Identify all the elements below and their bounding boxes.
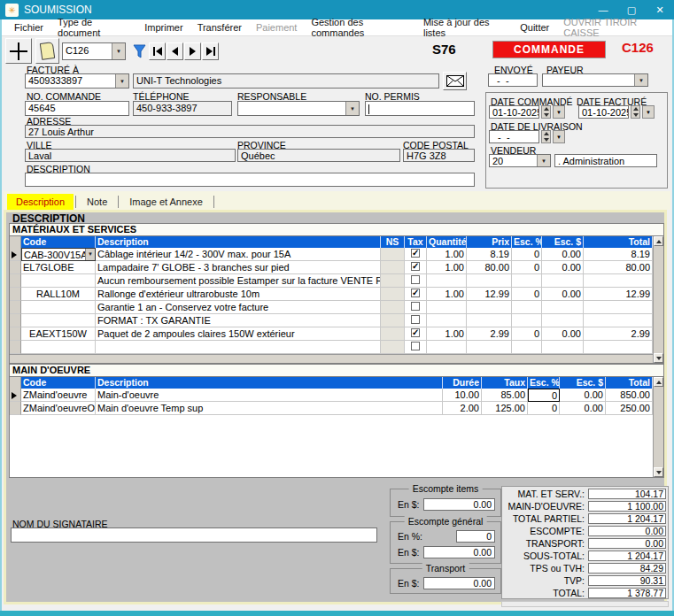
- no-commande-field[interactable]: 45645: [25, 101, 129, 116]
- escompte-items-field[interactable]: 0.00: [423, 498, 495, 511]
- labor-cell-esc-pct[interactable]: 0: [528, 402, 560, 415]
- labor-cell-taux[interactable]: 125.00: [482, 402, 528, 415]
- tax-checkbox[interactable]: [411, 342, 420, 350]
- materials-cell-ns[interactable]: [381, 261, 405, 274]
- materials-cell-tax[interactable]: [405, 274, 427, 288]
- labor-cell-code[interactable]: ZMaind'oeuvreOve: [21, 402, 96, 415]
- materials-cell-description[interactable]: Rallonge d'extérieur ultrarobuste 10m: [96, 288, 381, 301]
- materials-cell-quantite[interactable]: 1.00: [427, 261, 467, 274]
- chevron-down-icon[interactable]: ▼: [642, 105, 655, 119]
- materials-cell-code[interactable]: [21, 314, 96, 327]
- labor-cell-duree[interactable]: 2.00: [443, 402, 482, 415]
- labor-cell-total[interactable]: 250.00: [606, 402, 653, 415]
- materials-cell-code[interactable]: RALL10M: [21, 288, 96, 301]
- materials-cell-code[interactable]: [21, 341, 96, 354]
- materials-cell-esc-pct[interactable]: [512, 314, 542, 327]
- tab-note[interactable]: Note: [78, 194, 116, 210]
- next-record-button[interactable]: [184, 42, 201, 60]
- date-commande-spinner[interactable]: [541, 105, 551, 119]
- materials-cell-esc-pct[interactable]: 0: [512, 288, 542, 301]
- labor-cell-duree[interactable]: 10.00: [443, 389, 482, 402]
- row-selector[interactable]: [10, 274, 21, 288]
- materials-cell-prix[interactable]: 12.99: [467, 288, 512, 301]
- no-permis-field[interactable]: [365, 101, 475, 116]
- date-livraison-spinner[interactable]: [541, 130, 551, 143]
- materials-cell-esc-dollar[interactable]: 0.00: [542, 248, 584, 261]
- chevron-down-icon[interactable]: ▼: [112, 43, 125, 59]
- materials-cell-quantite[interactable]: 1.00: [427, 327, 467, 341]
- materials-cell-esc-dollar[interactable]: [542, 341, 584, 354]
- menu-item-type-de-document[interactable]: Type de document: [50, 17, 137, 38]
- materials-cell-esc-pct[interactable]: 0: [512, 327, 542, 341]
- tab-image-et-annexe[interactable]: Image et Annexe: [120, 194, 212, 210]
- materials-cell-total[interactable]: [584, 274, 653, 288]
- labor-cell-description[interactable]: Main-d'oeuvre: [96, 389, 443, 402]
- open-document-button[interactable]: [35, 38, 59, 64]
- email-button[interactable]: [443, 72, 467, 90]
- materials-cell-esc-pct[interactable]: 0: [512, 261, 542, 274]
- tax-checkbox[interactable]: [411, 262, 420, 271]
- materials-cell-description[interactable]: Lampadaire 7' GLOBE - 3 branches sur pie…: [96, 261, 381, 274]
- menu-item-imprimer[interactable]: Imprimer: [137, 22, 190, 33]
- materials-cell-tax[interactable]: [405, 327, 427, 341]
- menu-item-transf-rer[interactable]: Transférer: [190, 22, 249, 33]
- materials-cell-esc-dollar[interactable]: 0.00: [542, 327, 584, 341]
- first-record-button[interactable]: [149, 42, 166, 60]
- materials-cell-code[interactable]: [21, 301, 96, 314]
- chevron-down-icon[interactable]: ▼: [85, 249, 95, 260]
- envoye-field[interactable]: - -: [488, 73, 538, 87]
- materials-cell-esc-pct[interactable]: [512, 341, 542, 354]
- materials-cell-description[interactable]: Aucun remboursement possible Estamper su…: [96, 274, 381, 288]
- row-selector[interactable]: [10, 288, 21, 301]
- materials-cell-total[interactable]: 12.99: [584, 288, 653, 301]
- chevron-down-icon[interactable]: ▼: [115, 74, 128, 88]
- scroll-down-icon[interactable]: [654, 467, 663, 477]
- filter-button[interactable]: [133, 44, 146, 59]
- materials-cell-tax[interactable]: [405, 314, 427, 327]
- commande-button[interactable]: COMMANDE: [492, 41, 606, 58]
- tax-checkbox[interactable]: [411, 289, 420, 297]
- chevron-down-icon[interactable]: ▼: [345, 102, 359, 115]
- materials-hscrollbar[interactable]: [10, 354, 653, 363]
- materials-cell-description[interactable]: Paquet de 2 ampoules claires 150W extéri…: [96, 327, 381, 341]
- account-combo[interactable]: 4509333897 ▼: [25, 73, 129, 89]
- materials-cell-prix[interactable]: 2.99: [467, 327, 512, 341]
- labor-cell-esc-pct[interactable]: 0: [528, 389, 560, 402]
- tax-checkbox[interactable]: [411, 302, 420, 311]
- materials-cell-code[interactable]: CAB-300V15A▼: [21, 248, 96, 261]
- materials-cell-description[interactable]: Câblage intérieur 14/2 - 300V max. pour …: [96, 248, 381, 261]
- date-livraison-field[interactable]: - -: [489, 130, 539, 143]
- row-selector[interactable]: [10, 301, 21, 314]
- labor-cell-code[interactable]: ZMaind'oeuvre: [21, 389, 96, 402]
- date-commande-field[interactable]: 01-10-2025: [489, 105, 539, 119]
- tax-checkbox[interactable]: [411, 315, 420, 324]
- labor-cell-esc-dollar[interactable]: 0.00: [560, 389, 606, 402]
- materials-cell-total[interactable]: 2.99: [584, 327, 653, 341]
- materials-cell-ns[interactable]: [381, 288, 405, 301]
- materials-cell-tax[interactable]: [405, 261, 427, 274]
- labor-cell-description[interactable]: Main d'oeuvre Temp sup: [96, 402, 443, 415]
- materials-cell-esc-dollar[interactable]: 0.00: [542, 261, 584, 274]
- scroll-down-icon[interactable]: [654, 353, 663, 363]
- row-selector[interactable]: [10, 389, 21, 402]
- row-selector[interactable]: [10, 261, 21, 274]
- materials-cell-tax[interactable]: [405, 248, 427, 261]
- materials-cell-prix[interactable]: [467, 314, 512, 327]
- materials-cell-code[interactable]: [21, 274, 96, 288]
- materials-cell-quantite[interactable]: [427, 341, 467, 354]
- materials-cell-quantite[interactable]: [427, 314, 467, 327]
- date-livraison-picker[interactable]: - - ▼: [489, 130, 565, 143]
- materials-cell-esc-dollar[interactable]: 0.00: [542, 288, 584, 301]
- labor-vscrollbar[interactable]: [653, 377, 663, 477]
- row-selector[interactable]: [10, 314, 21, 327]
- date-facture-field[interactable]: 01-10-2025: [578, 105, 629, 119]
- materials-cell-esc-dollar[interactable]: [542, 314, 584, 327]
- chevron-down-icon[interactable]: ▼: [553, 105, 565, 119]
- materials-cell-description[interactable]: FORMAT : TX GARANTIE: [96, 314, 381, 327]
- materials-cell-tax[interactable]: [405, 288, 427, 301]
- materials-cell-ns[interactable]: [381, 248, 405, 261]
- date-commande-picker[interactable]: 01-10-2025 ▼: [489, 105, 565, 119]
- chevron-down-icon[interactable]: ▼: [537, 155, 550, 166]
- materials-cell-ns[interactable]: [381, 301, 405, 314]
- materials-cell-prix[interactable]: 80.00: [467, 261, 512, 274]
